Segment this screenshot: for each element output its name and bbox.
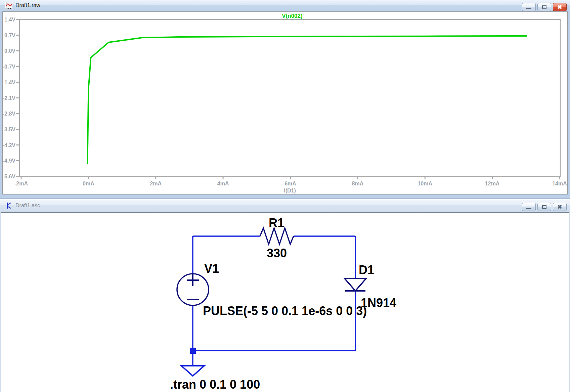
wire-junction-node[interactable] [190, 348, 196, 354]
plot-border [19, 19, 560, 176]
x-tick-label: 2mA [150, 181, 162, 186]
x-tick-label: 8mA [352, 181, 364, 186]
y-tick-label: -4.9V [3, 158, 15, 164]
raw-window-controls: ✖ [522, 3, 567, 11]
x-tick-label: 0mA [83, 181, 94, 186]
y-tick-label: 0.0V [4, 48, 15, 54]
asc-titlebar[interactable]: Draft1.asc ✖ [0, 199, 570, 212]
x-tick-label: 6mA [284, 181, 296, 186]
y-tick-label: 1.4V [4, 17, 15, 23]
x-axis-label: I(D1) [284, 188, 296, 193]
y-tick-label: -1.4V [3, 80, 15, 85]
voltage-source-symbol[interactable] [177, 274, 209, 305]
asc-close-button[interactable]: ✖ [553, 203, 567, 211]
x-tick-label: 4mA [217, 181, 229, 186]
asc-minimize-button[interactable] [522, 203, 536, 211]
resistor-value-label[interactable]: 330 [267, 246, 287, 260]
minimize-icon [526, 208, 531, 209]
schematic-window: Draft1.asc ✖ [0, 199, 570, 392]
ground-symbol[interactable] [181, 366, 204, 376]
y-tick-label: -5.6V [3, 174, 15, 179]
waveform-icon [5, 2, 12, 9]
trace-V(n002)[interactable] [87, 36, 527, 164]
maximize-icon [542, 205, 546, 209]
x-tick-label: -2mA [14, 181, 28, 186]
raw-window-title: Draft1.raw [15, 2, 40, 8]
y-tick-label: -3.5V [3, 127, 15, 132]
raw-titlebar[interactable]: Draft1.raw ✖ [0, 0, 570, 11]
source-ref-label[interactable]: V1 [204, 262, 219, 275]
y-tick-label: -4.2V [3, 142, 15, 148]
desktop: Draft1.raw ✖ V(n002) -2mA0mA2mA4mA6mA8mA… [0, 0, 570, 392]
minimize-icon [526, 8, 531, 9]
schematic-canvas[interactable]: R1 330 V1 PULSE(-5 5 0 0.1 1e-6s 0 0 3) … [1, 212, 569, 392]
x-tick-label: 14mA [552, 181, 567, 186]
diode-symbol[interactable] [345, 278, 366, 291]
spice-directive[interactable]: .tran 0 0.1 0 100 [170, 378, 260, 391]
close-icon: ✖ [557, 204, 562, 210]
waveform-plot-pane[interactable]: V(n002) -2mA0mA2mA4mA6mA8mA10mA12mA14mA1… [2, 11, 568, 194]
waveform-window: Draft1.raw ✖ V(n002) -2mA0mA2mA4mA6mA8mA… [0, 0, 570, 199]
schematic-icon [5, 202, 12, 209]
source-value-label[interactable]: PULSE(-5 5 0 0.1 1e-6s 0 0 3) [203, 304, 367, 318]
asc-window-title: Draft1.asc [15, 203, 40, 209]
raw-close-button[interactable]: ✖ [553, 3, 567, 11]
resistor-ref-label[interactable]: R1 [269, 216, 284, 230]
x-tick-label: 10mA [418, 181, 432, 186]
y-tick-label: 0.7V [4, 33, 15, 38]
y-tick-label: -2.1V [3, 95, 15, 101]
asc-maximize-button[interactable] [537, 203, 551, 211]
maximize-icon [542, 5, 546, 9]
close-icon: ✖ [557, 4, 562, 10]
waveform-plot[interactable]: -2mA0mA2mA4mA6mA8mA10mA12mA14mA1.4V0.7V0… [3, 12, 568, 195]
x-tick-label: 12mA [485, 181, 500, 186]
resistor-symbol[interactable] [260, 228, 294, 244]
raw-maximize-button[interactable] [537, 3, 551, 11]
asc-window-controls: ✖ [522, 203, 567, 211]
y-tick-label: -0.7V [3, 64, 15, 70]
y-tick-label: -2.8V [3, 111, 15, 117]
diode-value-label[interactable]: 1N914 [361, 296, 396, 310]
diode-ref-label[interactable]: D1 [359, 263, 374, 277]
raw-minimize-button[interactable] [522, 3, 536, 11]
